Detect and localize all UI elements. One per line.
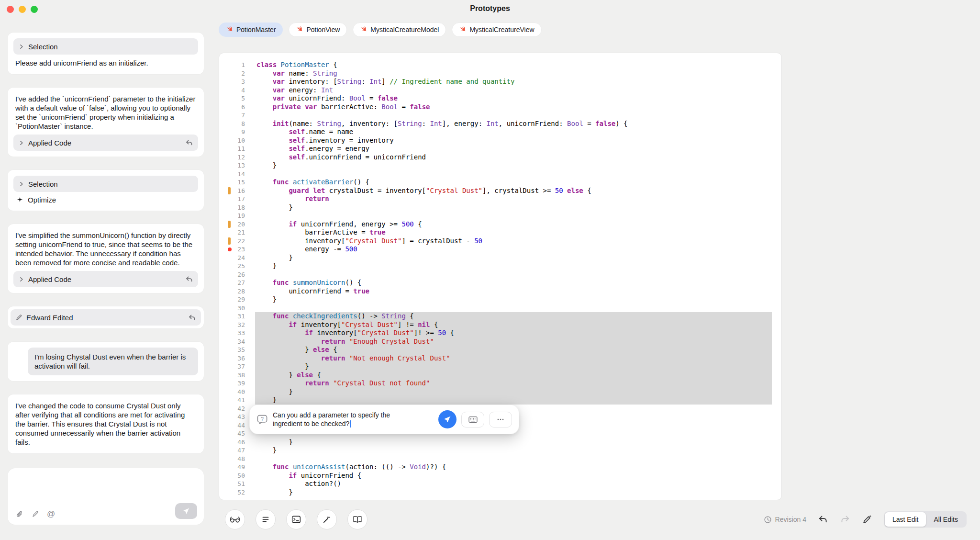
code-line[interactable]: 46 } [219, 438, 781, 447]
code-editor[interactable]: 1class PotionMaster {2 var name: String3… [219, 53, 782, 500]
code-line[interactable]: 32 if inventory["Crystal Dust"] != nil { [219, 321, 781, 329]
code-line[interactable]: 16 guard let crystalDust = inventory["Cr… [219, 187, 781, 195]
paperclip-icon[interactable] [15, 510, 24, 518]
applied-code-row[interactable]: Applied Code [13, 135, 198, 151]
tab-mysticalcreatureview[interactable]: MysticalCreatureView [452, 22, 541, 37]
code-line[interactable]: 51 action?() [219, 480, 781, 488]
glasses-icon[interactable] [225, 509, 245, 529]
terminal-icon[interactable] [286, 509, 306, 529]
code-line[interactable]: 30 [219, 304, 781, 313]
code-line[interactable]: 22 inventory["Crystal Dust"] = crystalDu… [219, 237, 781, 246]
line-code: self.energy = energy [255, 145, 772, 153]
code-line[interactable]: 29 } [219, 295, 781, 304]
code-line[interactable]: 6 private var barrierActive: Bool = fals… [219, 103, 781, 112]
code-line[interactable]: 50 if unicornFriend { [219, 472, 781, 480]
optimize-row[interactable]: Optimize [13, 192, 198, 205]
undo-icon[interactable] [185, 275, 193, 283]
message-input[interactable] [15, 474, 196, 500]
applied-code-row[interactable]: Applied Code [13, 271, 198, 287]
prompt-line-2: ingredient to be checked? [273, 420, 349, 428]
code-line[interactable]: 26 [219, 270, 781, 279]
code-line[interactable]: 17 return [219, 195, 781, 203]
code-line[interactable]: 41 } [219, 396, 781, 405]
tab-potionview[interactable]: PotionView [289, 22, 347, 37]
undo-icon[interactable] [188, 314, 196, 322]
more-options-button[interactable] [489, 412, 512, 428]
line-code: } else { [255, 371, 772, 380]
pencil-icon[interactable] [32, 510, 39, 518]
edited-card: Edward Edited [8, 306, 204, 328]
code-line[interactable]: 15 func activateBarrier() { [219, 178, 781, 187]
undo-icon[interactable] [818, 514, 828, 525]
code-line[interactable]: 27 func summonUnicorn() { [219, 279, 781, 287]
line-number: 35 [232, 346, 245, 353]
code-line[interactable]: 24 } [219, 254, 781, 262]
user-message-card: I'm losing Chystal Dust even when the ba… [8, 342, 204, 381]
edward-edited-row[interactable]: Edward Edited [11, 309, 201, 326]
code-line[interactable]: 13 } [219, 161, 781, 170]
revision-indicator[interactable]: Revision 4 [764, 516, 806, 524]
segment-all-edits[interactable]: All Edits [926, 512, 966, 527]
code-line[interactable]: 20 if unicornFriend, energy >= 500 { [219, 220, 781, 229]
selection-header[interactable]: Selection [13, 176, 198, 192]
code-line[interactable]: 4 var energy: Int [219, 86, 781, 95]
prompt-bubble-icon: ? [256, 414, 268, 425]
code-line[interactable]: 36 return "Not enough Crystal Dust" [219, 354, 781, 363]
code-line[interactable]: 18 } [219, 203, 781, 212]
code-line[interactable]: 37 } [219, 362, 781, 371]
code-line[interactable]: 49 func unicornAssist(action: (() -> Voi… [219, 463, 781, 472]
code-line[interactable]: 14 [219, 170, 781, 179]
undo-icon[interactable] [185, 139, 193, 147]
line-code: unicornFriend = true [255, 287, 772, 296]
ai-edit-icon[interactable] [862, 514, 872, 525]
tab-mysticalcreaturemodel[interactable]: MysticalCreatureModel [353, 22, 446, 37]
code-line[interactable]: 10 self.inventory = inventory [219, 136, 781, 145]
code-line[interactable]: 39 return "Crystal Dust not found" [219, 379, 781, 388]
code-line[interactable]: 33 if inventory["Crystal Dust"]! >= 50 { [219, 329, 781, 338]
segment-last-edit[interactable]: Last Edit [885, 512, 926, 527]
code-line[interactable]: 52 } [219, 488, 781, 497]
at-icon[interactable]: @ [47, 509, 55, 519]
code-line[interactable]: 7 [219, 111, 781, 120]
code-line[interactable]: 5 var unicornFriend: Bool = false [219, 94, 781, 103]
code-line[interactable]: 38 } else { [219, 371, 781, 380]
code-line[interactable]: 1class PotionMaster { [219, 61, 781, 69]
send-button[interactable] [175, 503, 197, 519]
keyboard-icon[interactable] [461, 412, 484, 428]
revision-label: Revision 4 [775, 516, 806, 523]
line-number: 21 [232, 229, 245, 236]
code-line[interactable]: 47 } [219, 446, 781, 455]
code-line[interactable]: 34 return "Enough Crystal Dust" [219, 338, 781, 346]
code-line[interactable]: 9 self.name = name [219, 128, 781, 136]
selection-header[interactable]: Selection [13, 38, 198, 55]
line-code: } [255, 254, 772, 262]
chevron-right-icon [18, 276, 24, 282]
book-icon[interactable] [347, 509, 368, 529]
inline-send-button[interactable] [438, 410, 457, 428]
code-line[interactable]: 28 unicornFriend = true [219, 287, 781, 296]
tab-label: PotionView [306, 26, 340, 34]
list-icon[interactable] [256, 509, 276, 529]
wand-icon[interactable] [317, 509, 337, 529]
tab-potionmaster[interactable]: PotionMaster [219, 22, 283, 37]
code-line[interactable]: 3 var inventory: [String: Int] // Ingred… [219, 78, 781, 86]
swift-icon [226, 25, 233, 34]
code-line[interactable]: 23 energy -= 500 [219, 245, 781, 254]
code-line[interactable]: 8 init(name: String, inventory: [String:… [219, 120, 781, 128]
line-number: 31 [232, 313, 245, 320]
code-line[interactable]: 2 var name: String [219, 69, 781, 78]
code-line[interactable]: 35 } else { [219, 346, 781, 354]
redo-icon[interactable] [840, 514, 850, 525]
code-line[interactable]: 12 self.unicornFriend = unicornFriend [219, 153, 781, 162]
code-line[interactable]: 48 [219, 455, 781, 463]
line-code: } [255, 488, 772, 497]
code-line[interactable]: 40 } [219, 388, 781, 396]
inline-prompt-input[interactable]: Can you add a parameter to specify the i… [273, 411, 401, 428]
code-line[interactable]: 11 self.energy = energy [219, 145, 781, 153]
code-line[interactable]: 25 } [219, 262, 781, 270]
prompt-line-1: Can you add a parameter to specify the [273, 411, 401, 419]
code-line[interactable]: 21 barrierActive = true [219, 228, 781, 237]
sparkle-icon [16, 196, 23, 203]
code-line[interactable]: 31 func checkIngredients() -> String { [219, 312, 781, 321]
code-line[interactable]: 19 [219, 212, 781, 220]
